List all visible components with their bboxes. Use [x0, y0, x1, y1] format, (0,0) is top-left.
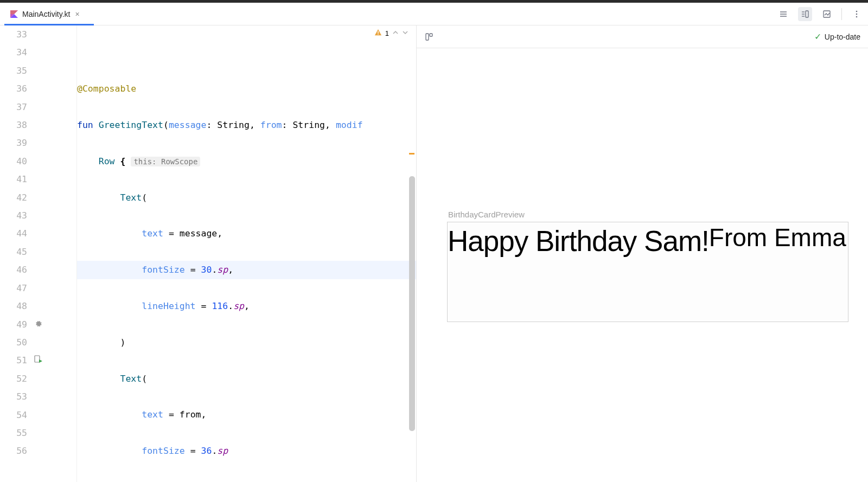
kotlin-file-icon [10, 10, 18, 18]
svg-rect-15 [378, 34, 378, 35]
nav-down-icon[interactable] [402, 29, 409, 37]
gutter-icons [33, 25, 49, 482]
svg-rect-17 [426, 34, 429, 40]
file-tab-mainactivity[interactable]: MainActivity.kt × [4, 3, 85, 25]
editor-tab-bar: MainActivity.kt × [0, 3, 868, 25]
split-view-icon[interactable] [798, 7, 812, 21]
greeting-message-text: Happy Birthday Sam! [448, 222, 709, 257]
tab-filename: MainActivity.kt [22, 10, 70, 18]
scrollbar-warning-marker[interactable] [409, 153, 414, 155]
svg-rect-18 [430, 34, 432, 36]
code-editor-pane: 1 33 34 35 36 37 38 39 40 41 42 43 44 45 [0, 25, 417, 482]
toolbar-divider [841, 8, 842, 20]
svg-marker-2 [10, 10, 18, 14]
editor-inspection-status[interactable]: 1 [374, 29, 409, 38]
checkmark-icon: ✓ [814, 31, 821, 42]
list-view-icon[interactable] [778, 9, 788, 19]
fold-column [49, 25, 77, 482]
nav-up-icon[interactable] [392, 29, 399, 37]
main-split-area: 1 33 34 35 36 37 38 39 40 41 42 43 44 45 [0, 25, 868, 482]
code-area[interactable]: 33 34 35 36 37 38 39 40 41 42 43 44 45 4… [0, 25, 416, 482]
svg-point-13 [856, 16, 858, 17]
status-text: Up-to-date [825, 33, 860, 41]
tab-close-icon[interactable]: × [75, 10, 79, 18]
svg-point-12 [856, 13, 858, 15]
preview-canvas[interactable]: BirthdayCardPreview Happy Birthday Sam! … [417, 48, 868, 482]
preview-rendered-card[interactable]: Happy Birthday Sam! From Emma [447, 222, 848, 322]
svg-rect-16 [35, 356, 40, 362]
svg-rect-9 [806, 11, 808, 17]
inspection-nav [392, 29, 409, 37]
compose-preview-pane: ✓ Up-to-date BirthdayCardPreview Happy B… [417, 25, 868, 482]
svg-point-11 [856, 10, 858, 12]
warning-count: 1 [385, 29, 389, 37]
code-content[interactable]: @Composable fun GreetingText(message: St… [77, 25, 416, 482]
preview-layout-icon[interactable] [424, 32, 434, 42]
preview-build-status: ✓ Up-to-date [814, 31, 860, 42]
editor-scrollbar-thumb[interactable] [409, 176, 415, 431]
greeting-from-text: From Emma [709, 222, 848, 250]
preview-composable-label: BirthdayCardPreview [448, 210, 525, 219]
design-view-icon[interactable] [822, 9, 832, 19]
svg-rect-14 [378, 31, 378, 33]
run-preview-icon[interactable] [34, 351, 43, 369]
more-options-icon[interactable] [852, 9, 861, 19]
warning-icon [374, 29, 382, 38]
preview-toolbar: ✓ Up-to-date [417, 25, 868, 48]
editor-toolbar-right [778, 7, 861, 21]
gear-icon[interactable] [34, 315, 42, 333]
line-number-gutter: 33 34 35 36 37 38 39 40 41 42 43 44 45 4… [0, 25, 33, 482]
